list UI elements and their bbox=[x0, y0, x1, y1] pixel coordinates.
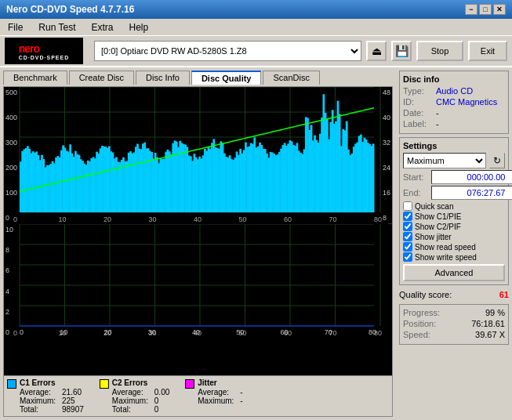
show-c1-label: Show C1/PIE bbox=[415, 212, 461, 221]
maximize-button[interactable]: □ bbox=[479, 4, 492, 15]
y-axis-right-upper: 48403224168 bbox=[383, 87, 390, 223]
lower-chart: 1086420 01020304050607080 bbox=[4, 224, 392, 338]
speed-row: Maximum ↻ bbox=[403, 153, 505, 168]
show-write-speed-row: Show write speed bbox=[403, 252, 505, 262]
legend-jitter: Jitter Average: - Maximum: - bbox=[185, 378, 242, 414]
close-button[interactable]: ✕ bbox=[493, 4, 506, 15]
eject-icon-button[interactable]: ⏏ bbox=[366, 41, 387, 61]
show-jitter-checkbox[interactable] bbox=[403, 232, 412, 241]
upper-chart: 5004003002001000 48403224168 bbox=[4, 87, 392, 224]
disc-date-row: Date: - bbox=[403, 108, 505, 118]
drive-select[interactable]: [0:0] Optiarc DVD RW AD-5280S 1.Z8 bbox=[94, 41, 361, 61]
show-c2-row: Show C2/PIF bbox=[403, 222, 505, 231]
progress-box: Progress: 99 % Position: 76:18.61 Speed:… bbox=[399, 304, 509, 345]
advanced-button[interactable]: Advanced bbox=[403, 264, 505, 281]
progress-label: Progress: bbox=[403, 308, 440, 317]
speed-select[interactable]: Maximum bbox=[403, 153, 486, 168]
progress-value: 99 % bbox=[485, 308, 505, 317]
c2-color bbox=[100, 379, 109, 389]
disc-id-row: ID: CMC Magnetics bbox=[403, 97, 505, 107]
menu-run-test[interactable]: Run Test bbox=[34, 20, 80, 34]
quality-score-label: Quality score: bbox=[399, 290, 452, 299]
menu-bar: File Run Test Extra Help bbox=[0, 19, 512, 36]
position-label: Position: bbox=[403, 319, 436, 328]
position-row: Position: 76:18.61 bbox=[403, 319, 505, 328]
disc-info-box: Disc info Type: Audio CD ID: CMC Magneti… bbox=[399, 71, 509, 134]
quick-scan-row: Quick scan bbox=[403, 201, 505, 211]
menu-help[interactable]: Help bbox=[125, 20, 154, 34]
quality-score-row: Quality score: 61 bbox=[399, 288, 509, 301]
jitter-legend-text: Jitter Average: - Maximum: - bbox=[198, 378, 242, 405]
title-bar-controls: − □ ✕ bbox=[465, 4, 506, 15]
settings-title: Settings bbox=[403, 141, 505, 150]
show-jitter-label: Show jitter bbox=[415, 233, 452, 241]
menu-file[interactable]: File bbox=[3, 20, 27, 34]
menu-extra[interactable]: Extra bbox=[86, 20, 118, 34]
disc-date-value: - bbox=[436, 108, 439, 118]
show-c1-checkbox[interactable] bbox=[403, 212, 412, 221]
show-read-speed-checkbox[interactable] bbox=[403, 242, 412, 252]
exit-button[interactable]: Exit bbox=[468, 41, 507, 61]
show-jitter-row: Show jitter bbox=[403, 232, 505, 241]
disc-label-row: Label: - bbox=[403, 119, 505, 129]
c1-legend-text: C1 Errors Average: 21.60 Maximum: 225 To… bbox=[20, 378, 84, 414]
speed-value: 39.67 X bbox=[475, 330, 505, 339]
show-write-speed-label: Show write speed bbox=[415, 253, 477, 262]
tab-scan-disc[interactable]: ScanDisc bbox=[263, 71, 319, 85]
x-axis-lower: 01020304050607080 bbox=[20, 328, 376, 336]
main-content: Benchmark Create Disc Disc Info Disc Qua… bbox=[0, 67, 512, 420]
settings-box: Settings Maximum ↻ Start: End: Quick sca… bbox=[399, 137, 509, 285]
tab-benchmark[interactable]: Benchmark bbox=[3, 71, 67, 85]
show-c2-label: Show C2/PIF bbox=[415, 223, 461, 231]
right-panel: Disc info Type: Audio CD ID: CMC Magneti… bbox=[396, 67, 512, 420]
save-icon-button[interactable]: 💾 bbox=[391, 41, 412, 61]
y-axis-left-upper: 5004003002001000 bbox=[5, 87, 17, 223]
c2-legend-text: C2 Errors Average: 0.00 Maximum: 0 Total… bbox=[112, 378, 169, 414]
end-input[interactable] bbox=[431, 186, 512, 200]
tab-disc-quality[interactable]: Disc Quality bbox=[191, 71, 262, 85]
legend: C1 Errors Average: 21.60 Maximum: 225 To… bbox=[3, 376, 393, 417]
end-label: End: bbox=[403, 188, 428, 197]
progress-row: Progress: 99 % bbox=[403, 308, 505, 317]
position-value: 76:18.61 bbox=[471, 319, 505, 328]
y-axis-left-lower: 1086420 bbox=[5, 224, 13, 338]
show-read-speed-label: Show read speed bbox=[415, 243, 476, 252]
show-write-speed-checkbox[interactable] bbox=[403, 252, 412, 262]
tab-disc-info[interactable]: Disc Info bbox=[136, 71, 190, 85]
c1-color bbox=[7, 379, 16, 389]
stop-button[interactable]: Stop bbox=[416, 41, 463, 61]
end-row: End: bbox=[403, 186, 505, 200]
speed-row: Speed: 39.67 X bbox=[403, 330, 505, 339]
disc-type-value: Audio CD bbox=[436, 86, 473, 96]
quick-scan-checkbox[interactable] bbox=[403, 201, 412, 211]
legend-c1: C1 Errors Average: 21.60 Maximum: 225 To… bbox=[7, 378, 84, 414]
disc-type-row: Type: Audio CD bbox=[403, 86, 505, 96]
left-panel: Benchmark Create Disc Disc Info Disc Qua… bbox=[0, 67, 396, 420]
show-c1-row: Show C1/PIE bbox=[403, 212, 505, 221]
minimize-button[interactable]: − bbox=[465, 4, 478, 15]
title-bar-text: Nero CD-DVD Speed 4.7.7.16 bbox=[6, 4, 134, 15]
speed-label: Speed: bbox=[403, 330, 430, 339]
tabs: Benchmark Create Disc Disc Info Disc Qua… bbox=[3, 71, 393, 85]
chart-container: 5004003002001000 48403224168 1086420 010… bbox=[3, 86, 393, 376]
start-input[interactable] bbox=[431, 170, 512, 184]
disc-info-title: Disc info bbox=[403, 74, 505, 84]
start-row: Start: bbox=[403, 170, 505, 184]
jitter-color bbox=[185, 379, 194, 389]
show-read-speed-row: Show read speed bbox=[403, 242, 505, 252]
quality-score-value: 61 bbox=[499, 290, 509, 299]
show-c2-checkbox[interactable] bbox=[403, 222, 412, 231]
lower-chart-canvas bbox=[4, 224, 388, 338]
tab-create-disc[interactable]: Create Disc bbox=[69, 71, 134, 85]
legend-c2: C2 Errors Average: 0.00 Maximum: 0 Total… bbox=[100, 378, 169, 414]
upper-chart-canvas bbox=[4, 87, 388, 224]
nero-logo: nero CD·DVD·SPEED bbox=[5, 38, 83, 64]
start-label: Start: bbox=[403, 172, 428, 182]
quick-scan-label: Quick scan bbox=[415, 202, 453, 211]
disc-id-value: CMC Magnetics bbox=[436, 97, 497, 107]
toolbar: nero CD·DVD·SPEED [0:0] Optiarc DVD RW A… bbox=[0, 36, 512, 67]
title-bar: Nero CD-DVD Speed 4.7.7.16 − □ ✕ bbox=[0, 0, 512, 19]
refresh-button[interactable]: ↻ bbox=[489, 153, 505, 168]
disc-label-value: - bbox=[436, 119, 439, 129]
